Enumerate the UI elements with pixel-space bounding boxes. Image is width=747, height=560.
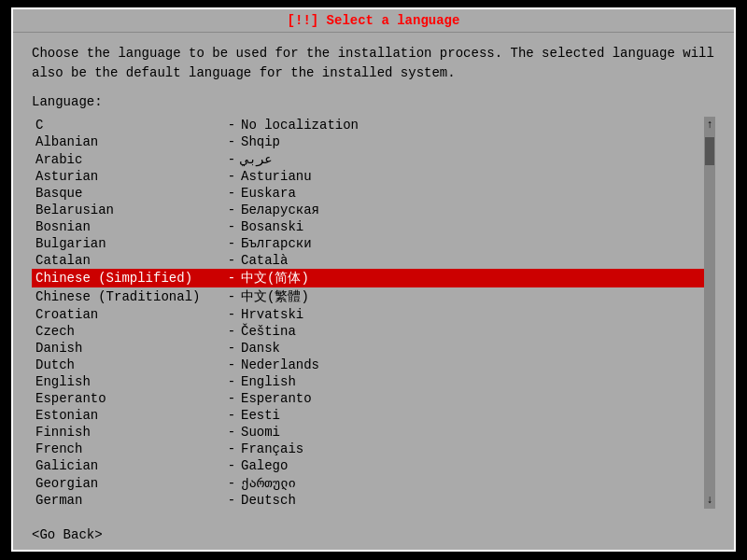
list-item[interactable]: Arabic - عربي (32, 150, 715, 168)
scrollbar: ↑ ↓ (704, 117, 715, 509)
list-item[interactable]: C - No localization (32, 117, 715, 133)
lang-name: Danish (35, 341, 222, 356)
lang-native: Hrvatski (241, 307, 712, 322)
lang-native: Galego (241, 458, 712, 473)
list-item[interactable]: Chinese (Traditional) - 中文(繁體) (32, 287, 715, 306)
list-item[interactable]: Georgian - ქართული (32, 474, 715, 492)
go-back-button[interactable]: <Go Back> (32, 527, 103, 542)
lang-dash: - (222, 289, 241, 304)
lang-native: Asturianu (241, 169, 712, 184)
lang-name: Galician (35, 458, 222, 473)
lang-dash: - (222, 152, 241, 167)
scroll-thumb (705, 137, 714, 165)
lang-dash: - (222, 134, 241, 149)
language-list-container: C - No localizationAlbanian - ShqipArabi… (32, 117, 715, 509)
lang-native: Bosanski (241, 219, 712, 234)
lang-native: Dansk (241, 341, 712, 356)
content: Choose the language to be used for the i… (13, 33, 734, 520)
lang-name: C (35, 118, 222, 133)
lang-name: Asturian (35, 169, 222, 184)
lang-native: Nederlands (241, 357, 712, 372)
lang-dash: - (222, 186, 241, 201)
dialog: [!!] Select a language Choose the langua… (11, 7, 736, 552)
lang-dash: - (222, 219, 241, 234)
list-item[interactable]: German - Deutsch (32, 492, 715, 509)
lang-name: English (35, 374, 222, 389)
description-line1: Choose the language to be used for the i… (32, 44, 715, 63)
lang-native: Shqip (241, 134, 712, 149)
list-item[interactable]: Estonian - Eesti (32, 407, 715, 424)
lang-native: Français (241, 441, 712, 456)
scroll-up-icon[interactable]: ↑ (704, 117, 714, 133)
list-item[interactable]: Catalan - Català (32, 252, 715, 269)
list-item[interactable]: Asturian - Asturianu (32, 168, 715, 185)
lang-dash: - (222, 476, 241, 491)
list-item[interactable]: Albanian - Shqip (32, 133, 715, 150)
lang-name: Georgian (35, 476, 222, 491)
list-item[interactable]: Czech - Čeština (32, 323, 715, 340)
lang-name: Estonian (35, 408, 222, 423)
list-item[interactable]: Danish - Dansk (32, 340, 715, 357)
language-list[interactable]: C - No localizationAlbanian - ShqipArabi… (32, 117, 715, 509)
list-item[interactable]: Chinese (Simplified) - 中文(简体) (32, 269, 715, 287)
list-item[interactable]: Esperanto - Esperanto (32, 390, 715, 407)
lang-dash: - (222, 169, 241, 184)
lang-dash: - (222, 374, 241, 389)
lang-native: Eesti (241, 408, 712, 423)
lang-dash: - (222, 118, 241, 133)
lang-dash: - (222, 271, 241, 286)
lang-native: Euskara (241, 186, 712, 201)
lang-native: Suomi (241, 425, 712, 440)
lang-dash: - (222, 341, 241, 356)
dialog-title: [!!] Select a language (288, 13, 460, 28)
lang-name: Arabic (35, 152, 222, 167)
title-bar: [!!] Select a language (13, 9, 734, 33)
lang-dash: - (222, 391, 241, 406)
lang-name: Basque (35, 186, 222, 201)
list-item[interactable]: Dutch - Nederlands (32, 357, 715, 373)
lang-name: Chinese (Simplified) (35, 271, 222, 286)
lang-name: Dutch (35, 357, 222, 372)
list-item[interactable]: Belarusian - Беларуская (32, 202, 715, 218)
lang-dash: - (222, 458, 241, 473)
lang-dash: - (222, 203, 241, 217)
lang-name: German (35, 493, 222, 508)
lang-name: Catalan (35, 253, 222, 268)
list-item[interactable]: Galician - Galego (32, 457, 715, 474)
lang-name: Czech (35, 324, 222, 339)
lang-native: Deutsch (241, 493, 712, 508)
list-item[interactable]: English - English (32, 373, 715, 390)
lang-native: Català (241, 253, 712, 268)
lang-dash: - (222, 408, 241, 423)
lang-name: French (35, 441, 222, 456)
description-line2: also be the default language for the ins… (32, 63, 715, 83)
lang-dash: - (222, 357, 241, 372)
list-item[interactable]: Bulgarian - Български (32, 235, 715, 252)
list-item[interactable]: Bosnian - Bosanski (32, 218, 715, 235)
lang-native: English (241, 374, 712, 389)
scroll-down-icon[interactable]: ↓ (704, 492, 714, 509)
lang-dash: - (222, 236, 241, 251)
lang-native: 中文(简体) (241, 270, 712, 287)
lang-name: Esperanto (35, 391, 222, 406)
description: Choose the language to be used for the i… (32, 44, 715, 83)
lang-dash: - (222, 324, 241, 339)
list-item[interactable]: Basque - Euskara (32, 185, 715, 202)
lang-native: ქართული (241, 475, 712, 491)
lang-name: Croatian (35, 307, 222, 322)
lang-native: No localization (241, 118, 712, 133)
go-back-area: <Go Back> (13, 520, 734, 550)
list-item[interactable]: Finnish - Suomi (32, 424, 715, 441)
lang-name: Bosnian (35, 219, 222, 234)
lang-dash: - (222, 425, 241, 440)
lang-name: Finnish (35, 425, 222, 440)
list-item[interactable]: Croatian - Hrvatski (32, 306, 715, 323)
lang-name: Belarusian (35, 203, 222, 217)
lang-dash: - (222, 253, 241, 268)
lang-native: عربي (241, 151, 712, 167)
lang-native: Български (241, 236, 712, 251)
lang-dash: - (222, 493, 241, 508)
main-container: [!!] Select a language Choose the langua… (0, 0, 747, 560)
list-item[interactable]: French - Français (32, 441, 715, 457)
lang-dash: - (222, 441, 241, 456)
